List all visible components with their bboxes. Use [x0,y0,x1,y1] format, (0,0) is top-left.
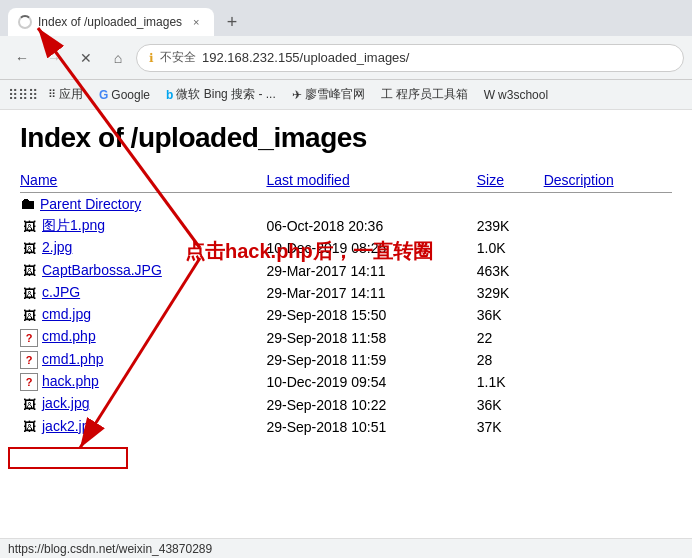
file-size-cell: 1.0K [477,237,544,259]
file-name-cell: ?cmd1.php [20,349,266,371]
file-modified-cell: 29-Sep-2018 15:50 [266,304,476,326]
bookmark-w3school[interactable]: W w3school [478,86,554,104]
file-desc-cell [544,393,672,415]
status-url: https://blog.csdn.net/weixin_43870289 [8,542,212,556]
file-desc-cell [544,193,672,216]
forward-button[interactable]: → [40,44,68,72]
file-link[interactable]: 图片1.png [42,217,105,233]
file-name-cell: 🖿Parent Directory [20,193,266,216]
image-file-icon: 🖼 [20,217,38,235]
file-size-cell [477,193,544,216]
file-name-cell: 🖼c.JPG [20,282,266,304]
parent-dir-icon: 🖿 [20,195,36,212]
file-modified-cell: 06-Oct-2018 20:36 [266,215,476,237]
file-name-cell: 🖼jack.jpg [20,393,266,415]
bookmark-tools[interactable]: 工 程序员工具箱 [375,84,474,105]
file-name-cell: 🖼CaptBarbossa.JPG [20,260,266,282]
new-tab-button[interactable]: + [218,8,246,36]
bookmark-apps[interactable]: ⠿ 应用 [42,84,89,105]
file-modified-cell: 29-Mar-2017 14:11 [266,282,476,304]
security-icon: ℹ [149,51,154,65]
address-bar[interactable]: ℹ 不安全 192.168.232.155/uploaded_images/ [136,44,684,72]
reload-button[interactable]: ✕ [72,44,100,72]
file-size-cell: 1.1K [477,371,544,393]
apps-icon[interactable]: ⠿⠿⠿ [8,87,38,103]
bookmark-liaoxuefeng[interactable]: ✈ 廖雪峰官网 [286,84,371,105]
file-link[interactable]: cmd1.php [42,351,103,367]
image-file-icon: 🖼 [20,262,38,280]
page-content: Index of /uploaded_images Name Last modi… [0,110,692,450]
file-size-cell: 22 [477,326,544,348]
file-desc-cell [544,237,672,259]
file-modified-cell: 10-Dec-2019 09:54 [266,371,476,393]
table-row: ?cmd1.php29-Sep-2018 11:5928 [20,349,672,371]
file-name-cell: 🖼2.jpg [20,237,266,259]
file-link[interactable]: cmd.php [42,328,96,344]
file-link[interactable]: jack.jpg [42,395,89,411]
file-desc-cell [544,260,672,282]
col-name[interactable]: Name [20,170,266,193]
status-bar: https://blog.csdn.net/weixin_43870289 [0,538,692,558]
nav-bar: ← → ✕ ⌂ ℹ 不安全 192.168.232.155/uploaded_i… [0,36,692,80]
file-modified-cell: 29-Sep-2018 10:22 [266,393,476,415]
file-link[interactable]: cmd.jpg [42,306,91,322]
file-size-cell: 329K [477,282,544,304]
home-button[interactable]: ⌂ [104,44,132,72]
file-name-cell: 🖼jack2.jpg [20,416,266,438]
image-file-icon: 🖼 [20,396,38,414]
page-title: Index of /uploaded_images [20,122,672,154]
file-size-cell: 28 [477,349,544,371]
back-button[interactable]: ← [8,44,36,72]
bookmark-google[interactable]: G Google [93,86,156,104]
bookmark-bing[interactable]: b 微软 Bing 搜索 - ... [160,84,282,105]
file-size-cell: 36K [477,304,544,326]
col-size[interactable]: Size [477,170,544,193]
col-desc[interactable]: Description [544,170,672,193]
file-modified-cell [266,193,476,216]
url-display: 192.168.232.155/uploaded_images/ [202,50,671,65]
file-desc-cell [544,371,672,393]
table-row: 🖼jack.jpg29-Sep-2018 10:2236K [20,393,672,415]
file-modified-cell: 29-Mar-2017 14:11 [266,260,476,282]
table-row: 🖼2.jpg10-Dec-2019 08:251.0K [20,237,672,259]
file-link[interactable]: c.JPG [42,284,80,300]
table-row: ?hack.php10-Dec-2019 09:541.1K [20,371,672,393]
file-size-cell: 36K [477,393,544,415]
table-row: 🖿Parent Directory [20,193,672,216]
file-link[interactable]: 2.jpg [42,239,72,255]
file-modified-cell: 29-Sep-2018 11:59 [266,349,476,371]
image-file-icon: 🖼 [20,418,38,436]
file-size-cell: 239K [477,215,544,237]
file-modified-cell: 29-Sep-2018 11:58 [266,326,476,348]
table-row: 🖼c.JPG29-Mar-2017 14:11329K [20,282,672,304]
file-modified-cell: 10-Dec-2019 08:25 [266,237,476,259]
table-row: 🖼CaptBarbossa.JPG29-Mar-2017 14:11463K [20,260,672,282]
file-desc-cell [544,326,672,348]
image-file-icon: 🖼 [20,240,38,258]
file-size-cell: 37K [477,416,544,438]
file-name-cell: 🖼图片1.png [20,215,266,237]
not-secure-label: 不安全 [160,49,196,66]
table-row: 🖼图片1.png06-Oct-2018 20:36239K [20,215,672,237]
php-file-icon: ? [20,373,38,391]
table-row: 🖼cmd.jpg29-Sep-2018 15:5036K [20,304,672,326]
bookmarks-bar: ⠿⠿⠿ ⠿ 应用 G Google b 微软 Bing 搜索 - ... ✈ 廖… [0,80,692,110]
file-name-cell: ?hack.php [20,371,266,393]
col-modified[interactable]: Last modified [266,170,476,193]
file-link[interactable]: hack.php [42,373,99,389]
hack-php-highlight [8,447,128,469]
browser-tab[interactable]: Index of /uploaded_images × [8,8,214,36]
php-file-icon: ? [20,329,38,347]
file-name-cell: 🖼cmd.jpg [20,304,266,326]
file-desc-cell [544,416,672,438]
file-desc-cell [544,215,672,237]
image-file-icon: 🖼 [20,306,38,324]
tab-close-button[interactable]: × [188,14,204,30]
file-desc-cell [544,304,672,326]
file-link[interactable]: CaptBarbossa.JPG [42,262,162,278]
file-size-cell: 463K [477,260,544,282]
tab-spinner [18,15,32,29]
tab-title: Index of /uploaded_images [38,15,182,29]
file-link[interactable]: Parent Directory [40,196,141,212]
file-link[interactable]: jack2.jpg [42,418,97,434]
